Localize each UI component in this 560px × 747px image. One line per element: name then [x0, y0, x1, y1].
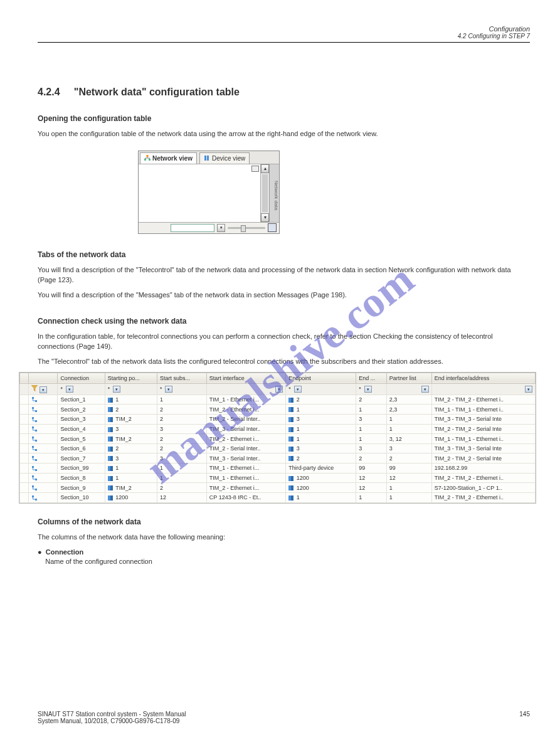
table-cell[interactable]: 1: [286, 424, 356, 434]
table-cell[interactable]: 3: [386, 443, 431, 453]
scroll-down-icon[interactable]: ▾: [261, 213, 269, 222]
table-cell[interactable]: 1: [157, 464, 206, 474]
table-cell[interactable]: 1: [105, 464, 157, 474]
table-cell[interactable]: TIM_1 - Ethernet i...: [206, 473, 285, 483]
table-cell[interactable]: CP 1243-8 IRC - Et..: [206, 492, 285, 502]
table-cell[interactable]: 12: [356, 473, 386, 483]
table-cell[interactable]: TIM_1 - Ethernet i...: [206, 395, 285, 405]
table-filter-cell[interactable]: * ▾: [286, 383, 356, 395]
table-cell[interactable]: 1200: [286, 483, 356, 493]
table-cell[interactable]: 1: [386, 414, 431, 424]
table-header-cell[interactable]: Start subs...: [157, 373, 206, 383]
table-cell[interactable]: 2: [157, 443, 206, 453]
table-cell[interactable]: TIM_2 - Serial Inter..: [206, 443, 285, 453]
table-cell[interactable]: 2: [105, 443, 157, 453]
table-row[interactable]: Section_2 22TIM_2 - Ethernet i... 112,3T…: [20, 405, 536, 415]
table-header-cell[interactable]: Start interface: [206, 373, 285, 383]
table-cell[interactable]: 2: [157, 483, 206, 493]
table-header-cell[interactable]: [20, 373, 29, 383]
dropdown-icon[interactable]: ▾: [525, 386, 532, 393]
table-cell[interactable]: 1: [356, 424, 386, 434]
table-cell[interactable]: TIM_2 - TIM_2 - Serial Inte: [431, 424, 535, 434]
table-filter-cell[interactable]: ▾: [431, 383, 535, 395]
table-filter-cell[interactable]: * ▾: [105, 383, 157, 395]
dropdown-icon[interactable]: ▾: [40, 386, 47, 393]
table-cell[interactable]: 1: [286, 434, 356, 444]
table-cell[interactable]: TIM_3 - Serial Inter..: [206, 453, 285, 464]
table-cell[interactable]: TIM_3 - Serial Inter..: [206, 424, 285, 434]
table-header-cell[interactable]: Connection: [58, 373, 105, 383]
table-cell[interactable]: 1: [386, 492, 431, 502]
table-row[interactable]: Section_10 120012CP 1243-8 IRC - Et.. 11…: [20, 492, 536, 502]
table-cell[interactable]: TIM_2: [105, 414, 157, 424]
table-cell[interactable]: 2: [157, 405, 206, 415]
scroll-up-icon[interactable]: ▴: [261, 164, 269, 173]
table-cell[interactable]: TIM_3 - TIM_3 - Serial Inte: [431, 414, 535, 424]
selection-box[interactable]: [171, 224, 214, 232]
table-cell[interactable]: 3: [356, 414, 386, 424]
table-cell[interactable]: 3: [356, 443, 386, 453]
table-filter-cell[interactable]: [20, 383, 29, 395]
table-cell[interactable]: 2: [386, 453, 431, 464]
table-header-cell[interactable]: Starting po...: [105, 373, 157, 383]
table-cell[interactable]: 99: [356, 464, 386, 474]
table-cell[interactable]: Section_9: [58, 483, 105, 493]
table-cell[interactable]: S7-1200-Station_1 - CP 1..: [431, 483, 535, 493]
zoom-fit-icon[interactable]: [268, 223, 277, 232]
table-row[interactable]: Section_1 11TIM_1 - Ethernet i... 222,3T…: [20, 395, 536, 405]
table-cell[interactable]: TIM_2: [105, 483, 157, 493]
table-cell[interactable]: Section_7: [58, 453, 105, 464]
table-row[interactable]: Section_6 22TIM_2 - Serial Inter.. 333TI…: [20, 443, 536, 453]
table-cell[interactable]: Section_10: [58, 492, 105, 502]
dropdown-icon[interactable]: ▾: [217, 224, 225, 232]
table-cell[interactable]: 3: [105, 424, 157, 434]
table-cell[interactable]: 1: [386, 483, 431, 493]
table-cell[interactable]: TIM_1 - TIM_1 - Ethernet i..: [431, 434, 535, 444]
dropdown-icon[interactable]: ▾: [275, 386, 283, 393]
table-cell[interactable]: TIM_2 - Serial Inter..: [206, 414, 285, 424]
dropdown-icon[interactable]: ▾: [421, 386, 429, 393]
table-cell[interactable]: Section_99: [58, 464, 105, 474]
table-cell[interactable]: 1: [286, 405, 356, 415]
table-cell[interactable]: 2,3: [386, 395, 431, 405]
table-cell[interactable]: Section_5: [58, 434, 105, 444]
table-cell[interactable]: TIM_2: [105, 434, 157, 444]
table-cell[interactable]: TIM_2 - TIM_2 - Serial Inte: [431, 453, 535, 464]
table-cell[interactable]: 3: [157, 453, 206, 464]
table-cell[interactable]: 2: [105, 405, 157, 415]
table-header-cell[interactable]: Partner list: [386, 373, 431, 383]
table-filter-cell[interactable]: ▾: [386, 383, 431, 395]
table-cell[interactable]: 1: [356, 434, 386, 444]
table-cell[interactable]: TIM_1 - Ethernet i...: [206, 464, 285, 474]
table-cell[interactable]: 12: [356, 483, 386, 493]
table-cell[interactable]: 2,3: [386, 405, 431, 415]
table-cell[interactable]: TIM_3 - TIM_3 - Serial Inte: [431, 443, 535, 453]
filter-icon[interactable]: [31, 385, 38, 391]
table-header-cell[interactable]: End interface/address: [431, 373, 535, 383]
table-cell[interactable]: 1: [356, 492, 386, 502]
table-cell[interactable]: 2: [157, 414, 206, 424]
table-cell[interactable]: 192.168.2.99: [431, 464, 535, 474]
table-cell[interactable]: 3, 12: [386, 434, 431, 444]
table-cell[interactable]: 1200: [286, 473, 356, 483]
table-cell[interactable]: TIM_2 - Ethernet i...: [206, 405, 285, 415]
table-cell[interactable]: 99: [386, 464, 431, 474]
tab-device-view[interactable]: Device view: [199, 152, 250, 164]
dropdown-icon[interactable]: ▾: [66, 386, 73, 393]
table-row[interactable]: Section_5 TIM_22TIM_2 - Ethernet i... 11…: [20, 434, 536, 444]
table-row[interactable]: Section_4 33TIM_3 - Serial Inter.. 111TI…: [20, 424, 536, 434]
table-cell[interactable]: Third-party device: [286, 464, 356, 474]
table-header-cell[interactable]: [29, 373, 58, 383]
table-cell[interactable]: 1: [386, 424, 431, 434]
table-row[interactable]: Section_9 TIM_22TIM_2 - Ethernet i... 12…: [20, 483, 536, 493]
table-cell[interactable]: 1: [157, 395, 206, 405]
zoom-slider[interactable]: [228, 227, 265, 229]
table-cell[interactable]: 2: [286, 453, 356, 464]
dropdown-icon[interactable]: ▾: [364, 386, 372, 393]
table-header-cell[interactable]: Endpoint: [286, 373, 356, 383]
table-cell[interactable]: Section_2: [58, 405, 105, 415]
table-cell[interactable]: TIM_2 - TIM_2 - Ethernet i..: [431, 492, 535, 502]
table-row[interactable]: Section_99 11TIM_1 - Ethernet i...Third-…: [20, 464, 536, 474]
table-cell[interactable]: 1: [105, 395, 157, 405]
table-cell[interactable]: TIM_2 - Ethernet i...: [206, 483, 285, 493]
